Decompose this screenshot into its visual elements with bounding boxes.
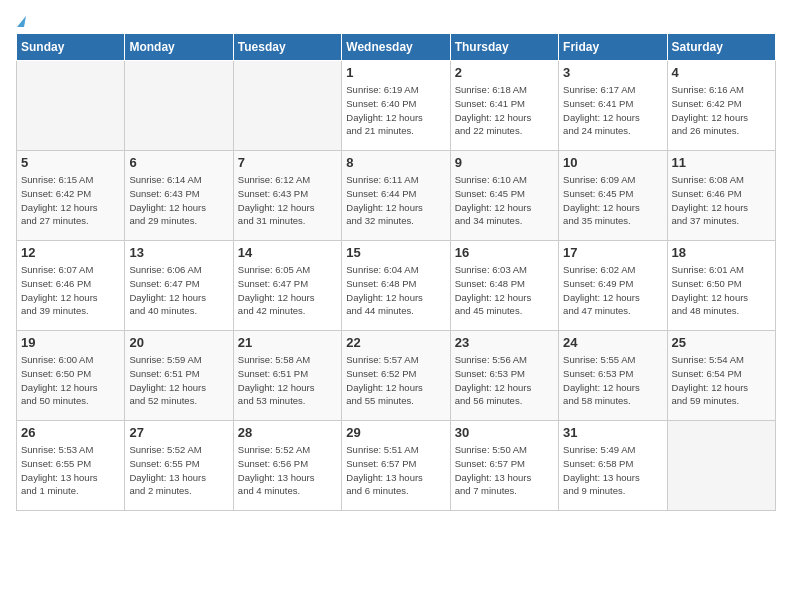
day-number: 26: [21, 425, 120, 440]
day-info: Sunrise: 5:54 AM Sunset: 6:54 PM Dayligh…: [672, 353, 771, 408]
day-number: 16: [455, 245, 554, 260]
weekday-header: Sunday: [17, 34, 125, 61]
calendar-cell: 24Sunrise: 5:55 AM Sunset: 6:53 PM Dayli…: [559, 331, 667, 421]
calendar-cell: 8Sunrise: 6:11 AM Sunset: 6:44 PM Daylig…: [342, 151, 450, 241]
weekday-header: Saturday: [667, 34, 775, 61]
calendar-cell: [667, 421, 775, 511]
day-number: 28: [238, 425, 337, 440]
day-number: 22: [346, 335, 445, 350]
calendar-cell: 22Sunrise: 5:57 AM Sunset: 6:52 PM Dayli…: [342, 331, 450, 421]
day-number: 4: [672, 65, 771, 80]
day-number: 31: [563, 425, 662, 440]
day-number: 8: [346, 155, 445, 170]
calendar-cell: 13Sunrise: 6:06 AM Sunset: 6:47 PM Dayli…: [125, 241, 233, 331]
calendar-cell: 19Sunrise: 6:00 AM Sunset: 6:50 PM Dayli…: [17, 331, 125, 421]
day-number: 19: [21, 335, 120, 350]
day-number: 24: [563, 335, 662, 350]
day-number: 25: [672, 335, 771, 350]
day-info: Sunrise: 6:02 AM Sunset: 6:49 PM Dayligh…: [563, 263, 662, 318]
day-info: Sunrise: 6:17 AM Sunset: 6:41 PM Dayligh…: [563, 83, 662, 138]
weekday-header: Friday: [559, 34, 667, 61]
calendar-cell: 21Sunrise: 5:58 AM Sunset: 6:51 PM Dayli…: [233, 331, 341, 421]
day-number: 30: [455, 425, 554, 440]
calendar-cell: 28Sunrise: 5:52 AM Sunset: 6:56 PM Dayli…: [233, 421, 341, 511]
calendar-cell: 18Sunrise: 6:01 AM Sunset: 6:50 PM Dayli…: [667, 241, 775, 331]
day-number: 29: [346, 425, 445, 440]
day-info: Sunrise: 6:11 AM Sunset: 6:44 PM Dayligh…: [346, 173, 445, 228]
weekday-header: Tuesday: [233, 34, 341, 61]
day-info: Sunrise: 6:14 AM Sunset: 6:43 PM Dayligh…: [129, 173, 228, 228]
calendar-cell: [17, 61, 125, 151]
calendar-cell: 12Sunrise: 6:07 AM Sunset: 6:46 PM Dayli…: [17, 241, 125, 331]
day-info: Sunrise: 5:51 AM Sunset: 6:57 PM Dayligh…: [346, 443, 445, 498]
calendar-cell: 11Sunrise: 6:08 AM Sunset: 6:46 PM Dayli…: [667, 151, 775, 241]
day-number: 27: [129, 425, 228, 440]
calendar-cell: 1Sunrise: 6:19 AM Sunset: 6:40 PM Daylig…: [342, 61, 450, 151]
calendar-cell: 29Sunrise: 5:51 AM Sunset: 6:57 PM Dayli…: [342, 421, 450, 511]
day-info: Sunrise: 6:03 AM Sunset: 6:48 PM Dayligh…: [455, 263, 554, 318]
day-number: 5: [21, 155, 120, 170]
calendar-cell: [125, 61, 233, 151]
day-number: 17: [563, 245, 662, 260]
day-info: Sunrise: 6:16 AM Sunset: 6:42 PM Dayligh…: [672, 83, 771, 138]
day-number: 13: [129, 245, 228, 260]
day-number: 7: [238, 155, 337, 170]
day-info: Sunrise: 6:00 AM Sunset: 6:50 PM Dayligh…: [21, 353, 120, 408]
day-info: Sunrise: 5:58 AM Sunset: 6:51 PM Dayligh…: [238, 353, 337, 408]
day-info: Sunrise: 5:59 AM Sunset: 6:51 PM Dayligh…: [129, 353, 228, 408]
calendar-cell: 2Sunrise: 6:18 AM Sunset: 6:41 PM Daylig…: [450, 61, 558, 151]
calendar-cell: 25Sunrise: 5:54 AM Sunset: 6:54 PM Dayli…: [667, 331, 775, 421]
day-info: Sunrise: 6:10 AM Sunset: 6:45 PM Dayligh…: [455, 173, 554, 228]
day-number: 11: [672, 155, 771, 170]
day-info: Sunrise: 6:12 AM Sunset: 6:43 PM Dayligh…: [238, 173, 337, 228]
calendar-cell: 15Sunrise: 6:04 AM Sunset: 6:48 PM Dayli…: [342, 241, 450, 331]
day-info: Sunrise: 6:01 AM Sunset: 6:50 PM Dayligh…: [672, 263, 771, 318]
calendar-cell: 20Sunrise: 5:59 AM Sunset: 6:51 PM Dayli…: [125, 331, 233, 421]
day-number: 20: [129, 335, 228, 350]
weekday-header: Wednesday: [342, 34, 450, 61]
day-number: 2: [455, 65, 554, 80]
day-info: Sunrise: 6:06 AM Sunset: 6:47 PM Dayligh…: [129, 263, 228, 318]
logo: [16, 16, 25, 27]
day-number: 14: [238, 245, 337, 260]
day-info: Sunrise: 5:52 AM Sunset: 6:56 PM Dayligh…: [238, 443, 337, 498]
calendar-cell: 26Sunrise: 5:53 AM Sunset: 6:55 PM Dayli…: [17, 421, 125, 511]
day-number: 6: [129, 155, 228, 170]
day-info: Sunrise: 6:15 AM Sunset: 6:42 PM Dayligh…: [21, 173, 120, 228]
day-info: Sunrise: 5:52 AM Sunset: 6:55 PM Dayligh…: [129, 443, 228, 498]
day-info: Sunrise: 5:50 AM Sunset: 6:57 PM Dayligh…: [455, 443, 554, 498]
day-number: 18: [672, 245, 771, 260]
day-info: Sunrise: 5:56 AM Sunset: 6:53 PM Dayligh…: [455, 353, 554, 408]
day-info: Sunrise: 5:49 AM Sunset: 6:58 PM Dayligh…: [563, 443, 662, 498]
day-number: 15: [346, 245, 445, 260]
calendar-cell: 7Sunrise: 6:12 AM Sunset: 6:43 PM Daylig…: [233, 151, 341, 241]
day-number: 10: [563, 155, 662, 170]
day-info: Sunrise: 5:57 AM Sunset: 6:52 PM Dayligh…: [346, 353, 445, 408]
calendar-table: SundayMondayTuesdayWednesdayThursdayFrid…: [16, 33, 776, 511]
calendar-cell: 31Sunrise: 5:49 AM Sunset: 6:58 PM Dayli…: [559, 421, 667, 511]
calendar-cell: 14Sunrise: 6:05 AM Sunset: 6:47 PM Dayli…: [233, 241, 341, 331]
day-number: 9: [455, 155, 554, 170]
calendar-cell: 9Sunrise: 6:10 AM Sunset: 6:45 PM Daylig…: [450, 151, 558, 241]
day-info: Sunrise: 6:05 AM Sunset: 6:47 PM Dayligh…: [238, 263, 337, 318]
calendar-cell: 16Sunrise: 6:03 AM Sunset: 6:48 PM Dayli…: [450, 241, 558, 331]
weekday-header: Monday: [125, 34, 233, 61]
day-info: Sunrise: 5:55 AM Sunset: 6:53 PM Dayligh…: [563, 353, 662, 408]
day-info: Sunrise: 6:08 AM Sunset: 6:46 PM Dayligh…: [672, 173, 771, 228]
header: [16, 16, 776, 27]
day-info: Sunrise: 6:04 AM Sunset: 6:48 PM Dayligh…: [346, 263, 445, 318]
day-number: 1: [346, 65, 445, 80]
calendar-cell: 3Sunrise: 6:17 AM Sunset: 6:41 PM Daylig…: [559, 61, 667, 151]
day-number: 23: [455, 335, 554, 350]
day-number: 3: [563, 65, 662, 80]
calendar-cell: 30Sunrise: 5:50 AM Sunset: 6:57 PM Dayli…: [450, 421, 558, 511]
day-info: Sunrise: 6:19 AM Sunset: 6:40 PM Dayligh…: [346, 83, 445, 138]
calendar-cell: [233, 61, 341, 151]
calendar-cell: 10Sunrise: 6:09 AM Sunset: 6:45 PM Dayli…: [559, 151, 667, 241]
day-number: 12: [21, 245, 120, 260]
weekday-header: Thursday: [450, 34, 558, 61]
calendar-cell: 4Sunrise: 6:16 AM Sunset: 6:42 PM Daylig…: [667, 61, 775, 151]
calendar-cell: 17Sunrise: 6:02 AM Sunset: 6:49 PM Dayli…: [559, 241, 667, 331]
day-info: Sunrise: 6:07 AM Sunset: 6:46 PM Dayligh…: [21, 263, 120, 318]
calendar-cell: 6Sunrise: 6:14 AM Sunset: 6:43 PM Daylig…: [125, 151, 233, 241]
